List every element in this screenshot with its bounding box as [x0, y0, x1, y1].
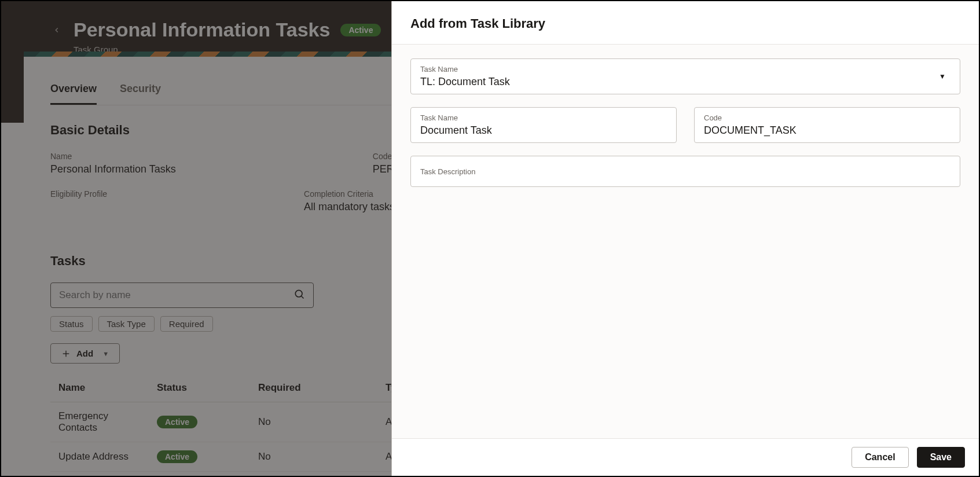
task-library-value[interactable] [420, 76, 950, 88]
task-description-label: Task Description [420, 167, 950, 176]
panel-header: Add from Task Library [392, 1, 979, 45]
cancel-button[interactable]: Cancel [851, 447, 908, 468]
task-library-label: Task Name [420, 65, 950, 74]
task-name-label: Task Name [420, 113, 667, 122]
save-button[interactable]: Save [917, 447, 965, 468]
task-name-field[interactable]: Task Name [410, 107, 677, 143]
panel-title: Add from Task Library [410, 16, 960, 31]
panel-footer: Cancel Save [392, 438, 979, 476]
add-from-library-panel: Add from Task Library Task Name ▼ Task N… [391, 1, 979, 476]
task-library-select[interactable]: Task Name ▼ [410, 58, 960, 94]
code-input[interactable] [704, 124, 950, 137]
chevron-down-icon: ▼ [939, 72, 946, 80]
task-name-input[interactable] [420, 124, 667, 137]
panel-body: Task Name ▼ Task Name Code Task Descript… [392, 45, 979, 438]
code-label: Code [704, 113, 950, 122]
task-description-field[interactable]: Task Description [410, 156, 960, 187]
two-col-row: Task Name Code [410, 107, 960, 143]
code-field[interactable]: Code [694, 107, 960, 143]
